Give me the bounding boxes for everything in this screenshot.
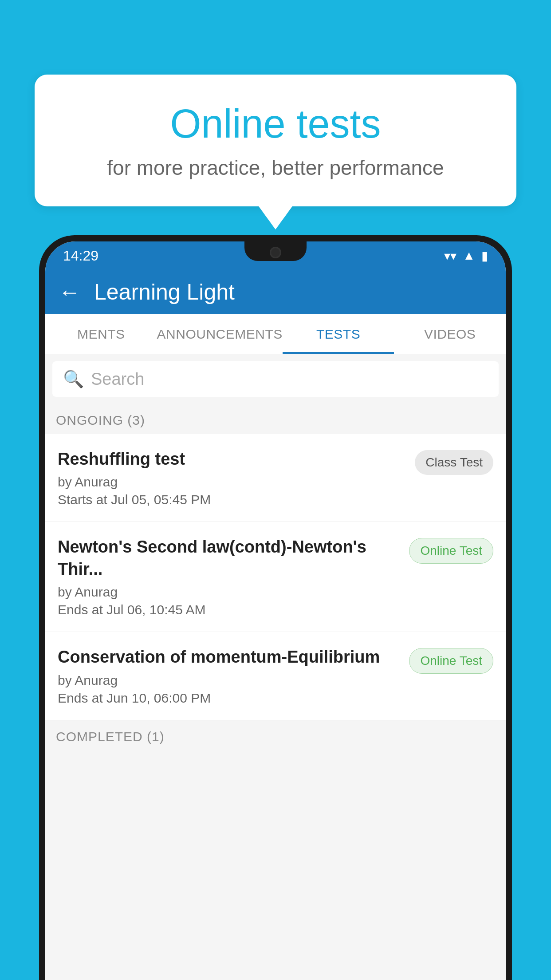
test-name: Conservation of momentum-Equilibrium <box>58 646 402 668</box>
test-info: Conservation of momentum-Equilibrium by … <box>58 646 402 705</box>
wifi-icon: ▾▾ <box>444 249 457 263</box>
search-icon: 🔍 <box>63 369 84 389</box>
tabs-bar: MENTS ANNOUNCEMENTS TESTS VIDEOS <box>45 314 506 354</box>
test-info: Reshuffling test by Anurag Starts at Jul… <box>58 448 408 507</box>
test-item[interactable]: Conservation of momentum-Equilibrium by … <box>45 632 506 720</box>
signal-icon: ▲ <box>463 249 475 263</box>
speech-bubble: Online tests for more practice, better p… <box>35 75 516 206</box>
status-time: 14:29 <box>63 248 98 264</box>
tab-videos[interactable]: VIDEOS <box>394 314 506 354</box>
phone-frame: 14:29 ▾▾ ▲ ▮ ← Learning Light MENTS ANNO… <box>39 235 512 980</box>
test-name: Reshuffling test <box>58 448 408 470</box>
test-time: Ends at Jun 10, 06:00 PM <box>58 691 402 706</box>
test-badge-online-2: Online Test <box>409 648 493 674</box>
tab-announcements[interactable]: ANNOUNCEMENTS <box>157 314 283 354</box>
test-badge-online: Online Test <box>409 538 493 564</box>
test-author: by Anurag <box>58 673 402 688</box>
test-time: Starts at Jul 05, 05:45 PM <box>58 492 408 507</box>
search-placeholder: Search <box>91 370 144 389</box>
test-item[interactable]: Newton's Second law(contd)-Newton's Thir… <box>45 522 506 632</box>
tab-ments[interactable]: MENTS <box>45 314 157 354</box>
phone-screen: 14:29 ▾▾ ▲ ▮ ← Learning Light MENTS ANNO… <box>45 241 506 980</box>
test-item[interactable]: Reshuffling test by Anurag Starts at Jul… <box>45 434 506 522</box>
test-author: by Anurag <box>58 585 402 600</box>
app-bar: ← Learning Light <box>45 270 506 314</box>
test-info: Newton's Second law(contd)-Newton's Thir… <box>58 536 402 617</box>
test-list: Reshuffling test by Anurag Starts at Jul… <box>45 434 506 720</box>
status-icons: ▾▾ ▲ ▮ <box>444 249 488 263</box>
bubble-title: Online tests <box>66 101 485 147</box>
camera <box>270 247 281 258</box>
test-badge-class: Class Test <box>415 450 493 475</box>
test-name: Newton's Second law(contd)-Newton's Thir… <box>58 536 402 580</box>
app-title: Learning Light <box>94 279 235 305</box>
battery-icon: ▮ <box>481 249 488 263</box>
test-time: Ends at Jul 06, 10:45 AM <box>58 602 402 617</box>
search-bar[interactable]: 🔍 Search <box>52 361 499 397</box>
notch <box>244 241 307 261</box>
phone-inner: 14:29 ▾▾ ▲ ▮ ← Learning Light MENTS ANNO… <box>45 241 506 980</box>
back-button[interactable]: ← <box>59 279 81 305</box>
screen-content: 🔍 Search ONGOING (3) Reshuffling test by… <box>45 354 506 980</box>
ongoing-section-header: ONGOING (3) <box>45 404 506 434</box>
completed-section-header: COMPLETED (1) <box>45 720 506 751</box>
bubble-subtitle: for more practice, better performance <box>66 156 485 180</box>
tab-tests[interactable]: TESTS <box>283 314 394 354</box>
test-author: by Anurag <box>58 474 408 490</box>
